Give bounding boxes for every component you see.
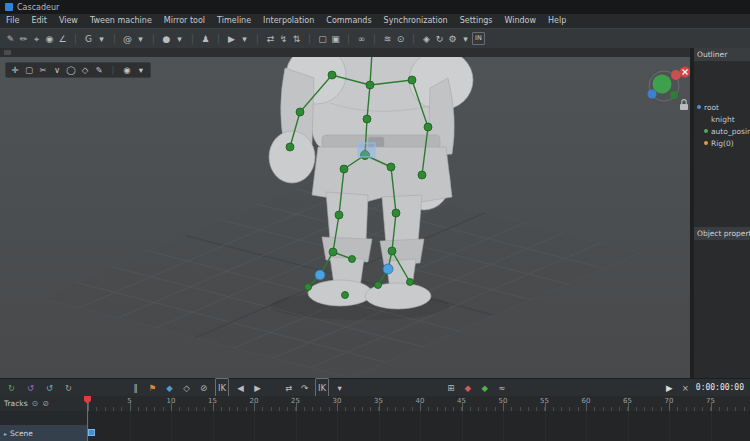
swap-keys-icon[interactable]: ⇄: [283, 380, 294, 396]
wind-tool-icon[interactable]: ≋: [381, 30, 394, 48]
paint-select-icon[interactable]: ✎: [93, 64, 105, 76]
track-visibility-icon[interactable]: ⊙: [32, 399, 39, 408]
gizmo-x-axis-icon[interactable]: [671, 70, 681, 80]
outliner-item[interactable]: auto_posing (0): [694, 125, 750, 137]
point-mode-icon[interactable]: ●: [160, 30, 173, 48]
camera-lock-icon[interactable]: [680, 100, 688, 110]
gizmo-minor-axis-icon[interactable]: [670, 91, 678, 99]
outliner-item[interactable]: root: [694, 101, 750, 113]
ik-mode-button[interactable]: IK: [215, 378, 229, 398]
ik-fk-button[interactable]: IK: [315, 378, 329, 398]
redo-arc-icon[interactable]: ↷: [299, 380, 310, 396]
point-target-icon[interactable]: ⌖: [30, 30, 43, 48]
menu-item[interactable]: Timeline: [211, 14, 257, 28]
add-keyframe-icon[interactable]: ◆: [164, 380, 175, 396]
curve-icon[interactable]: ≈: [496, 380, 507, 396]
camera-dropdown-arrow-icon[interactable]: ▾: [135, 64, 147, 76]
menu-item[interactable]: File: [0, 14, 25, 28]
scene-track-lane[interactable]: [88, 425, 750, 441]
titlebar: Cascadeur: [0, 0, 750, 14]
ghost-toggle-button[interactable]: G: [82, 30, 95, 48]
run-mode-icon[interactable]: ▶: [225, 30, 238, 48]
frame-label: 30: [333, 397, 342, 405]
viewport-menu-icon[interactable]: [4, 50, 11, 55]
menu-item[interactable]: Synchronization: [378, 14, 454, 28]
key-red-icon[interactable]: ◆: [462, 380, 473, 396]
ghost-dropdown-arrow-icon[interactable]: ▾: [95, 30, 108, 48]
lightning-tool-icon[interactable]: ↯: [277, 30, 290, 48]
ikfk-dropdown-arrow-icon[interactable]: ▾: [334, 380, 345, 396]
track-scene[interactable]: ▸ Scene: [0, 425, 88, 441]
fulcrum-tool-icon[interactable]: ⊙: [394, 30, 407, 48]
key-green-icon[interactable]: ◆: [479, 380, 490, 396]
menu-item[interactable]: Interpolation: [257, 14, 320, 28]
ghost-cycle-icon[interactable]: ↺: [25, 380, 36, 396]
empty-lane[interactable]: [88, 411, 750, 425]
menu-item[interactable]: Commands: [320, 14, 377, 28]
menu-item[interactable]: View: [53, 14, 84, 28]
selection-box: [358, 143, 375, 157]
angle-tool-icon[interactable]: ∠: [56, 30, 69, 48]
frame-label: 10: [167, 397, 176, 405]
gear-dropdown-arrow-icon[interactable]: ▾: [459, 30, 472, 48]
menu-item[interactable]: Mirror tool: [158, 14, 211, 28]
transform-tool-icon[interactable]: ✛: [9, 64, 21, 76]
outliner-item[interactable]: knight: [694, 113, 750, 125]
pen-tool-icon[interactable]: ✏: [17, 30, 30, 48]
select-box-icon[interactable]: ▢: [23, 64, 35, 76]
link-tool-icon[interactable]: ∞: [355, 30, 368, 48]
clear-icon[interactable]: ×: [680, 380, 691, 396]
draft-pose-icon[interactable]: ✎: [4, 30, 17, 48]
scene-canvas[interactable]: [0, 48, 690, 378]
playhead-handle[interactable]: [84, 396, 91, 404]
camera-icon[interactable]: ◉: [121, 64, 133, 76]
track-lock-icon[interactable]: ⊘: [42, 399, 49, 408]
in-toggle-button[interactable]: IN: [472, 32, 485, 45]
grid-snap-icon[interactable]: ⊞: [445, 380, 456, 396]
gizmo-z-axis-icon[interactable]: [648, 90, 657, 99]
reset-icon[interactable]: ↻: [63, 380, 74, 396]
poly-select-icon[interactable]: ◇: [79, 64, 91, 76]
point-dropdown-arrow-icon[interactable]: ▾: [173, 30, 186, 48]
playback-toolbar: ↻↺↺↻ ‖⚑◆◇⊘IK◀▶ ⇄↷IK▾ ⊞◆◆≈ ▶× 0:00:00:00: [0, 378, 750, 396]
menu-item[interactable]: Help: [542, 14, 572, 28]
joint-tool-icon[interactable]: ◈: [420, 30, 433, 48]
menu-item[interactable]: Window: [499, 14, 543, 28]
interval-bars-icon[interactable]: ‖: [130, 380, 141, 396]
gear-icon[interactable]: ⚙: [446, 30, 459, 48]
menu-item[interactable]: Edit: [25, 14, 53, 28]
cursor-play-icon[interactable]: ▶: [664, 380, 675, 396]
viewport-3d[interactable]: ✛▢✂∨◯◇✎|◉▾: [0, 48, 690, 378]
run-dropdown-arrow-icon[interactable]: ▾: [238, 30, 251, 48]
sort-tool-icon[interactable]: ⇅: [290, 30, 303, 48]
scissors-icon[interactable]: ✂: [37, 64, 49, 76]
delete-keyframe-icon[interactable]: ◇: [181, 380, 192, 396]
lock-track-icon[interactable]: ⊘: [198, 380, 209, 396]
sphere-tool-icon[interactable]: ◉: [43, 30, 56, 48]
playhead[interactable]: [84, 396, 91, 441]
character-mode-icon[interactable]: ♟: [199, 30, 212, 48]
loop-playback-icon[interactable]: ↻: [6, 380, 17, 396]
gizmo-y-axis-icon[interactable]: [653, 75, 672, 94]
rotate-tool-icon[interactable]: ↻: [433, 30, 446, 48]
box-tool-icon[interactable]: ▣: [329, 30, 342, 48]
expand-triangle-icon[interactable]: ▸: [4, 430, 7, 437]
swap-tool-icon[interactable]: ⇄: [264, 30, 277, 48]
prev-frame-icon[interactable]: ◀: [235, 380, 246, 396]
lasso-v-icon[interactable]: ∨: [51, 64, 63, 76]
next-frame-icon[interactable]: ▶: [252, 380, 263, 396]
orientation-gizmo[interactable]: [648, 67, 691, 111]
magnet-tool-icon[interactable]: @: [121, 30, 134, 48]
flag-marker-icon[interactable]: ⚑: [147, 380, 158, 396]
outliner-item-label: auto_posing (0): [711, 127, 750, 136]
main-toolbar: ✎✏⌖◉∠|G▾|@▾|●▾|♟|▶▾|⇄↯⇅|▢▣|∞|≋⊙|◈↻⚙▾IN: [0, 28, 750, 48]
outliner-item[interactable]: Rig(0): [694, 137, 750, 149]
frame-tool-icon[interactable]: ▢: [316, 30, 329, 48]
menu-item[interactable]: Tween machine: [84, 14, 158, 28]
sync-icon[interactable]: ↺: [44, 380, 55, 396]
magnet-dropdown-arrow-icon[interactable]: ▾: [134, 30, 147, 48]
menu-item[interactable]: Settings: [454, 14, 499, 28]
ellipse-select-icon[interactable]: ◯: [65, 64, 77, 76]
frame-ruler[interactable]: 51015202530354045505560657075: [88, 396, 750, 411]
camera-reset-icon[interactable]: [680, 67, 691, 78]
